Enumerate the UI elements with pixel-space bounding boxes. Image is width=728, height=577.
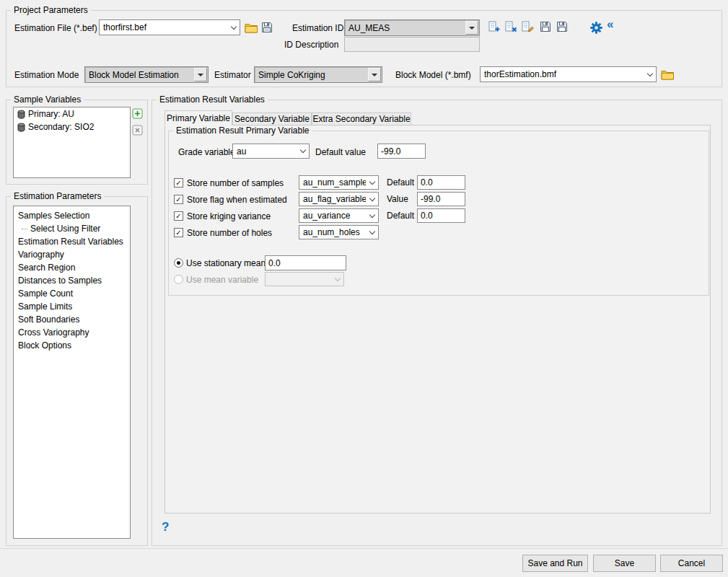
param-item-select-using-filter[interactable]: Select Using Filter: [22, 224, 100, 234]
estimator-label: Estimator: [214, 70, 251, 80]
save-and-run-button[interactable]: Save and Run: [522, 555, 588, 572]
result-variables-title: Estimation Result Variables: [157, 94, 268, 105]
id-description-label: ID Description: [284, 40, 338, 50]
check-icon: ✓: [175, 213, 181, 220]
id-description-field[interactable]: [344, 37, 480, 52]
estimation-mode-combobox[interactable]: Block Model Estimation: [84, 66, 209, 83]
param-item-variography[interactable]: Variography: [18, 250, 64, 260]
num-samples-default-field[interactable]: 0.0: [417, 175, 465, 190]
floppy-icon: [261, 22, 273, 33]
num-samples-variable-combobox[interactable]: au_num_sample: [299, 175, 379, 190]
database-icon: [17, 110, 25, 119]
param-item-cross-variography[interactable]: Cross Variography: [18, 327, 89, 338]
settings-gear-button[interactable]: [589, 21, 602, 34]
param-item-label: Block Options: [18, 340, 71, 351]
list-item-primary-variable[interactable]: Primary: AU: [17, 109, 74, 119]
footer-separator: [0, 548, 728, 549]
chevron-down-icon: [297, 144, 309, 158]
param-item-label: Estimation Result Variables: [18, 237, 123, 247]
flag-variable-combobox[interactable]: au_flag_variable: [299, 192, 379, 206]
gear-icon: [590, 22, 602, 34]
estimation-id-combobox[interactable]: AU_MEAS: [344, 19, 480, 36]
estimation-file-value: thorfirst.bef: [100, 22, 227, 32]
save-estimation-id-button[interactable]: [539, 21, 551, 32]
estimation-file-label: Estimation File (*.bef): [14, 23, 97, 33]
variance-default-field[interactable]: 0.0: [417, 208, 465, 223]
save-button[interactable]: Save: [593, 555, 656, 572]
open-block-model-button[interactable]: [660, 68, 675, 81]
tab-label: Secondary Variable: [234, 114, 310, 124]
cancel-button[interactable]: Cancel: [660, 555, 723, 572]
estimation-dialog: Project Parameters Estimation File (*.be…: [0, 0, 728, 577]
floppy-plus-icon: [556, 21, 568, 32]
num-holes-variable-combobox[interactable]: au_num_holes: [299, 225, 379, 239]
rename-estimation-id-button[interactable]: [522, 21, 534, 32]
param-item-label: Soft Boundaries: [18, 314, 79, 325]
flag-value-label: Value: [387, 194, 408, 204]
tab-primary-variable[interactable]: Primary Variable: [165, 110, 232, 125]
save-label: Save: [615, 558, 634, 568]
store-num-samples-checkbox[interactable]: ✓: [174, 178, 183, 188]
grade-variable-combobox[interactable]: au: [232, 144, 310, 159]
param-item-sample-count[interactable]: Sample Count: [18, 288, 73, 299]
estimation-file-combobox[interactable]: thorfirst.bef: [99, 19, 240, 35]
chevron-down-icon: [331, 273, 343, 286]
estimation-mode-label: Estimation Mode: [14, 70, 79, 80]
new-estimation-id-button[interactable]: [488, 21, 501, 32]
remove-sample-variable-button[interactable]: [132, 125, 143, 136]
chevron-down-icon: [644, 67, 656, 82]
variance-default-label: Default: [387, 211, 414, 221]
database-icon: [17, 123, 25, 132]
question-mark-icon: ?: [162, 520, 169, 534]
default-value-field[interactable]: -99.0: [377, 144, 426, 159]
floppy-icon: [540, 21, 551, 32]
stationary-mean-field[interactable]: 0.0: [265, 255, 346, 270]
estimator-combobox[interactable]: Simple CoKriging: [254, 66, 382, 83]
param-item-label: Distances to Samples: [18, 276, 102, 286]
param-item-samples-selection[interactable]: Samples Selection: [18, 211, 89, 221]
param-item-block-options[interactable]: Block Options: [18, 340, 71, 351]
param-item-label: Variography: [18, 250, 64, 260]
store-flag-checkbox[interactable]: ✓: [174, 195, 183, 204]
tab-secondary-variable[interactable]: Secondary Variable: [232, 113, 312, 125]
store-kriging-variance-checkbox[interactable]: ✓: [174, 211, 183, 221]
estimation-parameters-title: Estimation Parameters: [11, 191, 104, 201]
use-stationary-mean-radio[interactable]: [174, 258, 183, 268]
estimation-mode-value: Block Model Estimation: [85, 70, 193, 80]
param-item-sample-limits[interactable]: Sample Limits: [18, 301, 72, 312]
cancel-label: Cancel: [678, 558, 705, 568]
check-icon: ✓: [175, 229, 181, 237]
store-num-holes-label: Store number of holes: [187, 228, 272, 238]
param-item-soft-boundaries[interactable]: Soft Boundaries: [18, 314, 79, 325]
param-item-label: Search Region: [18, 263, 75, 273]
store-num-holes-checkbox[interactable]: ✓: [174, 228, 183, 237]
delete-id-icon: [505, 21, 517, 32]
param-item-label: Samples Selection: [18, 211, 89, 221]
chevron-down-icon: [194, 68, 207, 82]
block-model-combobox[interactable]: thorEstimation.bmf: [480, 66, 657, 82]
list-item-label: Primary: AU: [28, 109, 74, 119]
chevron-down-icon: [465, 21, 478, 35]
x-icon: [132, 125, 143, 136]
tab-extra-secondary-variable[interactable]: Extra Secondary Variable: [312, 113, 411, 125]
estimation-id-value: AU_MEAS: [345, 23, 465, 33]
block-model-value: thorEstimation.bmf: [481, 69, 644, 79]
flag-value-field[interactable]: -99.0: [417, 192, 465, 206]
save-estimation-file-button[interactable]: [260, 21, 273, 34]
save-estimation-id-as-button[interactable]: [556, 21, 568, 32]
delete-estimation-id-button[interactable]: [505, 21, 517, 32]
open-estimation-file-button[interactable]: [244, 21, 258, 34]
param-item-distances-to-samples[interactable]: Distances to Samples: [18, 276, 102, 286]
variance-variable-combobox[interactable]: au_variance: [299, 208, 379, 223]
mean-variable-combobox: [265, 272, 344, 286]
collapse-panel-button[interactable]: «: [607, 19, 613, 30]
help-button[interactable]: ?: [162, 522, 169, 532]
param-item-label: Sample Count: [18, 288, 73, 299]
num-samples-default-value: 0.0: [421, 177, 433, 188]
rename-id-icon: [522, 21, 534, 32]
param-item-estimation-result-variables[interactable]: Estimation Result Variables: [18, 237, 123, 247]
add-sample-variable-button[interactable]: [132, 108, 143, 119]
param-item-label: Select Using Filter: [30, 224, 100, 234]
list-item-secondary-variable[interactable]: Secondary: SIO2: [17, 122, 94, 132]
param-item-search-region[interactable]: Search Region: [18, 263, 75, 273]
